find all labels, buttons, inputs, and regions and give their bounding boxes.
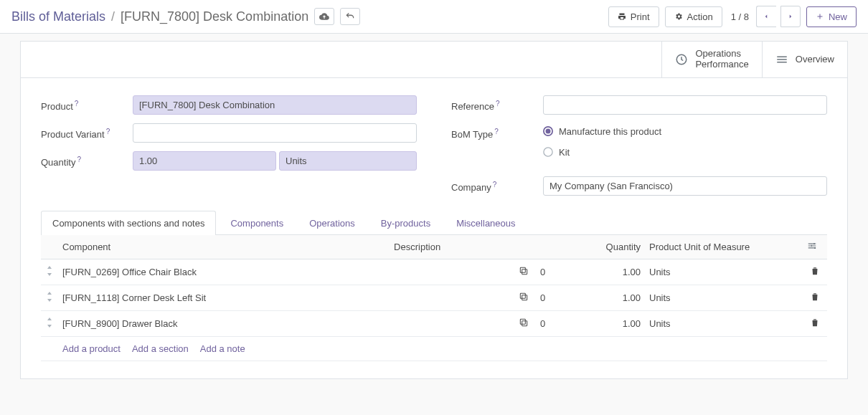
- radio-unselected-icon: [543, 147, 553, 157]
- open-form-button[interactable]: [511, 310, 536, 336]
- desc-value-cell[interactable]: 0: [536, 285, 566, 310]
- description-cell[interactable]: [390, 259, 511, 285]
- print-icon: [618, 12, 626, 21]
- variant-label: Product Variant?: [41, 123, 133, 140]
- tab-misc[interactable]: Miscellaneous: [445, 211, 527, 235]
- pager-total: 8: [744, 11, 749, 22]
- print-button[interactable]: Print: [608, 6, 659, 27]
- breadcrumb-root[interactable]: Bills of Materials: [11, 9, 105, 24]
- add-section-link[interactable]: Add a section: [132, 343, 189, 354]
- col-quantity[interactable]: Quantity: [566, 235, 645, 259]
- help-icon[interactable]: ?: [106, 128, 110, 135]
- tab-byproducts[interactable]: By-products: [369, 211, 442, 235]
- uom-cell[interactable]: Units: [645, 310, 803, 336]
- pager-count[interactable]: 1 / 8: [728, 11, 752, 22]
- topbar-right: Print Action 1 / 8 New: [608, 6, 857, 27]
- col-component[interactable]: Component: [58, 235, 390, 259]
- desc-value-cell[interactable]: 0: [536, 259, 566, 285]
- breadcrumb: Bills of Materials / [FURN_7800] Desk Co…: [11, 8, 360, 25]
- open-form-button[interactable]: [511, 285, 536, 310]
- help-icon[interactable]: ?: [496, 100, 500, 108]
- uom-cell[interactable]: Units: [645, 285, 803, 310]
- drag-handle-icon[interactable]: [41, 310, 58, 336]
- col-description[interactable]: Description: [390, 235, 511, 259]
- component-cell[interactable]: [FURN_1118] Corner Desk Left Sit: [58, 285, 390, 310]
- cloud-upload-icon: [319, 11, 329, 22]
- chevron-right-icon: [787, 13, 794, 20]
- pager-next-button[interactable]: [780, 6, 801, 27]
- help-icon[interactable]: ?: [75, 100, 79, 108]
- gear-icon: [674, 12, 683, 21]
- tab-bar: Components with sections and notes Compo…: [41, 210, 827, 235]
- svg-rect-11: [520, 319, 525, 324]
- add-product-link[interactable]: Add a product: [62, 343, 121, 354]
- stat-ops-line2: Performance: [695, 59, 748, 70]
- qty-cell[interactable]: 1.00: [566, 310, 645, 336]
- bom-type-option-label: Manufacture this product: [559, 126, 661, 137]
- sliders-icon: [807, 241, 817, 251]
- new-label: New: [829, 11, 847, 22]
- tab-components-sections[interactable]: Components with sections and notes: [41, 211, 216, 235]
- bom-type-option-label: Kit: [559, 147, 570, 158]
- quantity-label: Quantity?: [41, 151, 133, 168]
- description-cell[interactable]: [390, 285, 511, 310]
- table-row[interactable]: [FURN_8900] Drawer Black01.00Units: [41, 310, 827, 336]
- qty-cell[interactable]: 1.00: [566, 285, 645, 310]
- stat-overview-label: Overview: [796, 54, 834, 65]
- stat-buttons: Operations Performance Overview: [21, 42, 847, 78]
- stat-ops-line1: Operations: [695, 49, 748, 59]
- tab-components[interactable]: Components: [219, 211, 295, 235]
- operations-performance-button[interactable]: Operations Performance: [661, 42, 761, 77]
- drag-handle-icon[interactable]: [41, 285, 58, 310]
- help-icon[interactable]: ?: [494, 128, 499, 135]
- svg-rect-12: [522, 321, 527, 326]
- delete-row-button[interactable]: [803, 310, 827, 336]
- drag-handle-icon[interactable]: [41, 259, 58, 285]
- delete-row-button[interactable]: [803, 285, 827, 310]
- overview-button[interactable]: Overview: [762, 42, 847, 77]
- delete-row-button[interactable]: [803, 259, 827, 285]
- svg-point-5: [811, 245, 812, 247]
- add-note-link[interactable]: Add a note: [200, 343, 245, 354]
- pager: 1 / 8: [728, 6, 801, 27]
- pager-prev-button[interactable]: [756, 6, 776, 27]
- description-cell[interactable]: [390, 310, 511, 336]
- print-label: Print: [631, 11, 650, 22]
- col-uom[interactable]: Product Unit of Measure: [645, 235, 803, 259]
- table-row[interactable]: [FURN_0269] Office Chair Black01.00Units: [41, 259, 827, 285]
- new-button[interactable]: New: [806, 6, 857, 27]
- tab-operations[interactable]: Operations: [298, 211, 367, 235]
- svg-point-6: [814, 247, 816, 249]
- component-cell[interactable]: [FURN_8900] Drawer Black: [58, 310, 390, 336]
- form-sheet: Operations Performance Overview Product?: [20, 41, 848, 379]
- cloud-save-button[interactable]: [314, 8, 334, 25]
- action-button[interactable]: Action: [665, 6, 722, 27]
- table-row[interactable]: [FURN_1118] Corner Desk Left Sit01.00Uni…: [41, 285, 827, 310]
- reference-input[interactable]: [543, 95, 827, 115]
- reference-label: Reference?: [451, 95, 543, 112]
- company-input[interactable]: [543, 176, 827, 196]
- svg-rect-8: [522, 269, 527, 275]
- svg-point-4: [813, 243, 815, 244]
- uom-cell[interactable]: Units: [645, 259, 803, 285]
- desc-value-cell[interactable]: 0: [536, 310, 566, 336]
- bom-type-kit-radio[interactable]: Kit: [543, 147, 661, 158]
- help-icon[interactable]: ?: [77, 156, 81, 163]
- quantity-input[interactable]: [133, 151, 276, 171]
- open-form-button[interactable]: [511, 259, 536, 285]
- bom-type-manufacture-radio[interactable]: Manufacture this product: [543, 126, 661, 137]
- discard-button[interactable]: [340, 8, 360, 25]
- product-input[interactable]: [133, 95, 417, 115]
- component-cell[interactable]: [FURN_0269] Office Chair Black: [58, 259, 390, 285]
- qty-cell[interactable]: 1.00: [566, 259, 645, 285]
- undo-icon: [345, 11, 355, 22]
- pager-sep: /: [739, 11, 744, 22]
- svg-rect-7: [520, 267, 525, 272]
- product-variant-input[interactable]: [133, 123, 417, 143]
- action-label: Action: [687, 11, 713, 22]
- col-options[interactable]: [803, 235, 827, 259]
- svg-point-2: [546, 129, 551, 134]
- pager-current: 1: [731, 11, 736, 22]
- quantity-unit-input[interactable]: [279, 151, 417, 171]
- help-icon[interactable]: ?: [493, 181, 497, 189]
